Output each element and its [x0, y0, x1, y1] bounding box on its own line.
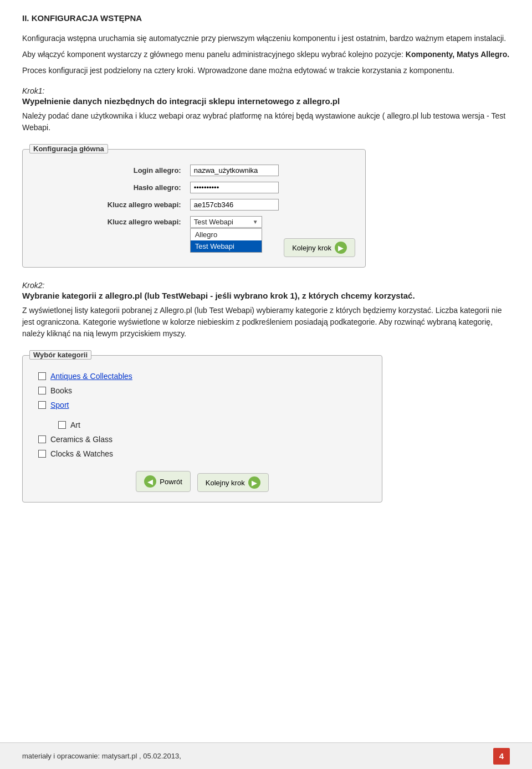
- kategorie-next-label: Kolejny krok: [206, 479, 245, 487]
- platform-dropdown[interactable]: Test Webapi ▼ Allegro Test Webapi: [190, 216, 262, 228]
- footer-text: materiały i opracowanie: matysart.pl , 0…: [22, 752, 181, 760]
- config-box-title: Konfiguracja główna: [29, 144, 108, 153]
- arrow-right-icon-kat: ▶: [248, 476, 260, 489]
- intro-p1: Konfiguracja wstępna uruchamia się autom…: [22, 33, 510, 44]
- kategorie-box-title: Wybór kategorii: [29, 350, 91, 360]
- dropdown-option-testwebapi[interactable]: Test Webapi: [191, 240, 262, 252]
- back-button[interactable]: ◀ Powrót: [136, 471, 190, 492]
- section-heading: II. KONFIGURACJA WSTĘPNA: [22, 13, 510, 23]
- category-sport-link[interactable]: Sport: [50, 401, 69, 409]
- config-next-button[interactable]: Kolejny krok ▶: [284, 238, 355, 257]
- config-next-label: Kolejny krok: [292, 244, 331, 252]
- password-input[interactable]: [190, 182, 279, 193]
- table-row: Login allegro:: [33, 162, 355, 179]
- arrow-right-icon: ▶: [335, 242, 347, 254]
- category-books-label: Books: [50, 386, 72, 395]
- kategorie-next-button[interactable]: Kolejny krok ▶: [197, 473, 269, 492]
- krok2-p1: Z wyświetlonej listy kategorii pobranej …: [22, 305, 510, 340]
- table-row: Klucz allegro webapi:: [33, 196, 355, 213]
- intro-p2: Aby włączyć komponent wystarczy z główne…: [22, 49, 510, 60]
- dropdown-button[interactable]: Test Webapi ▼: [190, 216, 262, 228]
- intro-p3: Proces konfiguracji jest podzielony na c…: [22, 65, 510, 76]
- list-item: Art: [49, 418, 372, 432]
- dropdown-menu: Allegro Test Webapi: [190, 228, 262, 253]
- table-row: Hasło allegro:: [33, 179, 355, 196]
- klucz-input[interactable]: [190, 199, 279, 211]
- dropdown-option-allegro[interactable]: Allegro: [191, 229, 262, 240]
- category-antiques-link[interactable]: Antiques & Collectables: [50, 372, 132, 381]
- login-label: Login allegro:: [33, 162, 186, 179]
- table-row: Klucz allegro webapi: Test Webapi ▼ Alle…: [33, 213, 355, 230]
- list-item: Ceramics & Glass: [33, 432, 372, 447]
- checkbox-ceramics[interactable]: [38, 435, 46, 443]
- category-ceramics-label: Ceramics & Glass: [50, 435, 112, 444]
- platform-value-cell: Test Webapi ▼ Allegro Test Webapi: [186, 213, 355, 230]
- list-item: Clocks & Watches: [33, 447, 372, 461]
- category-clocks-label: Clocks & Watches: [50, 449, 113, 458]
- krok1-p1: Należy podać dane użytkownika i klucz we…: [22, 110, 510, 134]
- chevron-down-icon: ▼: [253, 219, 258, 225]
- klucz-value-cell: [186, 196, 355, 213]
- category-art-label: Art: [70, 421, 80, 429]
- checkbox-books[interactable]: [38, 387, 46, 394]
- footer-page-number: 4: [493, 748, 510, 765]
- intro-p2-bold: Komponenty, Matys Allegro.: [406, 50, 509, 59]
- category-list: Antiques & Collectables Books Sport Art …: [33, 369, 372, 461]
- config-table: Login allegro: Hasło allegro: Klucz alle…: [33, 162, 355, 230]
- arrow-left-icon: ◀: [144, 475, 156, 488]
- klucz-label: Klucz allegro webapi:: [33, 196, 186, 213]
- list-item: Sport: [33, 398, 372, 412]
- dropdown-selected-text: Test Webapi: [194, 218, 233, 226]
- krok2-title: Wybranie kategorii z allegro.pl (lub Tes…: [22, 291, 510, 300]
- login-input[interactable]: [190, 165, 279, 176]
- checkbox-art[interactable]: [58, 421, 66, 429]
- config-box: Konfiguracja główna Login allegro: Hasło…: [22, 149, 366, 268]
- login-value-cell: [186, 162, 355, 179]
- krok1-label: Krok1:: [22, 86, 510, 95]
- footer: materiały i opracowanie: matysart.pl , 0…: [0, 742, 532, 769]
- kategorie-box: Wybór kategorii Antiques & Collectables …: [22, 355, 382, 503]
- password-value-cell: [186, 179, 355, 196]
- checkbox-sport[interactable]: [38, 401, 46, 409]
- krok1-title: Wypełnienie danych niezbędnych do integr…: [22, 96, 510, 106]
- checkbox-antiques[interactable]: [38, 372, 46, 380]
- checkbox-clocks[interactable]: [38, 450, 46, 458]
- krok2-label: Krok2:: [22, 281, 510, 290]
- intro-p2-text: Aby włączyć komponent wystarczy z główne…: [22, 50, 406, 59]
- list-item: Books: [33, 383, 372, 398]
- kategorie-btn-row: ◀ Powrót Kolejny krok ▶: [33, 471, 372, 492]
- password-label: Hasło allegro:: [33, 179, 186, 196]
- category-sport-subitems: Art: [33, 418, 372, 432]
- platform-label: Klucz allegro webapi:: [33, 213, 186, 230]
- list-item: Antiques & Collectables: [33, 369, 372, 383]
- back-button-label: Powrót: [160, 478, 182, 486]
